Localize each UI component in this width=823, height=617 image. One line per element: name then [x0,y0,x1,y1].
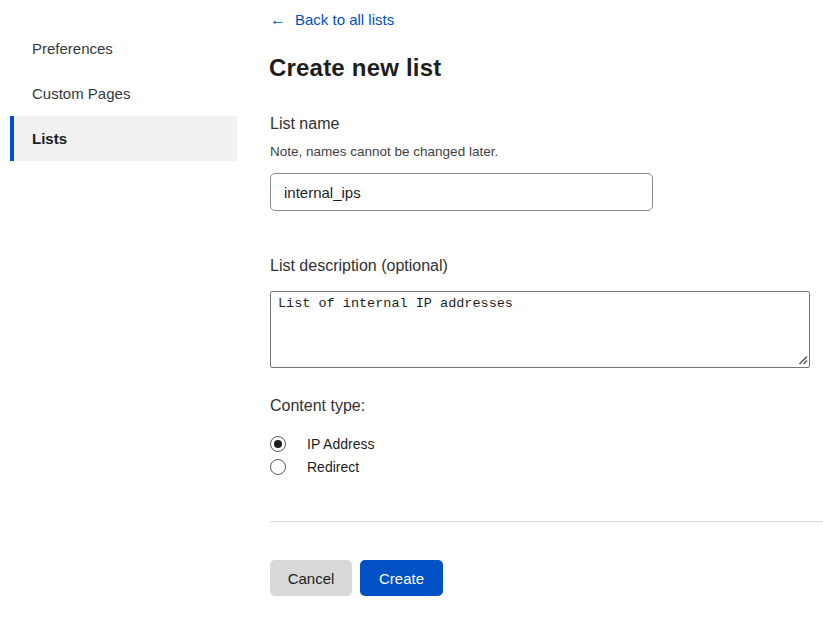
radio-option-ip-address[interactable]: IP Address [270,432,374,455]
sidebar-item-label: Custom Pages [32,85,130,102]
back-to-all-lists-link[interactable]: ← Back to all lists [270,11,394,28]
settings-page: Preferences Custom Pages Lists ← Back to… [0,0,823,617]
cancel-button[interactable]: Cancel [270,560,352,596]
radio-option-redirect[interactable]: Redirect [270,455,374,478]
list-name-label: List name [270,115,339,133]
sidebar-item-label: Preferences [32,40,113,57]
list-description-textarea[interactable]: List of internal IP addresses [270,291,810,368]
list-description-label: List description (optional) [270,257,448,275]
section-divider [270,521,823,522]
textarea-resize-handle-icon[interactable] [797,354,808,365]
content-type-radio-group: IP Address Redirect [270,432,374,478]
back-link-label: Back to all lists [295,11,394,28]
radio-option-label: Redirect [307,459,359,475]
radio-button-icon[interactable] [270,436,286,452]
page-title: Create new list [269,54,441,82]
sidebar-item-custom-pages[interactable]: Custom Pages [10,71,237,116]
list-name-note: Note, names cannot be changed later. [270,144,498,159]
list-name-input[interactable] [270,173,653,211]
radio-button-icon[interactable] [270,459,286,475]
sidebar-item-lists[interactable]: Lists [10,116,237,161]
content-type-label: Content type: [270,397,365,415]
back-arrow-icon: ← [270,12,286,28]
sidebar-nav: Preferences Custom Pages Lists [10,26,237,161]
create-button[interactable]: Create [360,560,443,596]
radio-option-label: IP Address [307,436,374,452]
sidebar-item-label: Lists [32,130,67,147]
sidebar-item-preferences[interactable]: Preferences [10,26,237,71]
